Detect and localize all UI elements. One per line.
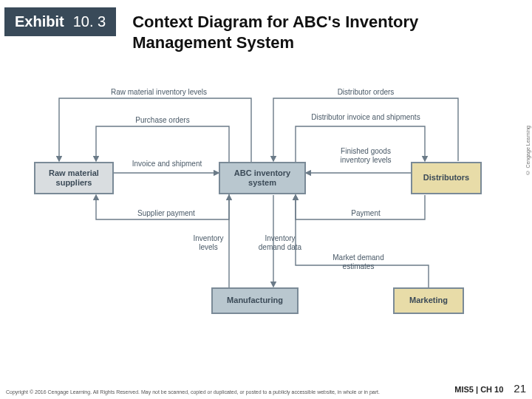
entity-suppliers-label: Raw material suppliers — [38, 168, 109, 188]
flow-distributor-invoice: Distributor invoice and shipments — [303, 113, 429, 122]
entity-manufacturing-label: Manufacturing — [227, 296, 283, 305]
flow-payment: Payment — [332, 209, 399, 218]
page-number: 21 — [514, 382, 526, 395]
entity-abc-label: ABC inventory system — [223, 168, 301, 188]
entity-marketing: Marketing — [393, 287, 464, 314]
entity-suppliers: Raw material suppliers — [34, 162, 114, 194]
flow-finished-goods: Finished goods inventory levels — [325, 147, 406, 164]
exhibit-label: Exhibit — [15, 13, 64, 30]
exhibit-badge: Exhibit 10. 3 — [4, 7, 116, 36]
slide-title: Context Diagram for ABC's Inventory Mana… — [116, 7, 456, 52]
slide-footer: Copyright © 2016 Cengage Learning. All R… — [6, 382, 526, 395]
entity-marketing-label: Marketing — [409, 296, 448, 305]
entity-distributors: Distributors — [411, 162, 482, 194]
entity-manufacturing: Manufacturing — [211, 287, 299, 314]
context-diagram: Raw material suppliers ABC inventory sys… — [0, 73, 532, 369]
course-code: MIS5 | CH 10 — [454, 385, 503, 394]
flow-distributor-orders: Distributor orders — [318, 88, 414, 97]
flow-purchase-orders: Purchase orders — [126, 116, 200, 125]
exhibit-number: 10. 3 — [73, 13, 106, 30]
entity-distributors-label: Distributors — [423, 173, 469, 183]
flow-market-demand: Market demand estimates — [318, 253, 399, 270]
flow-supplier-payment: Supplier payment — [126, 209, 207, 218]
flow-inventory-levels: Inventory levels — [186, 234, 231, 251]
footer-right: MIS5 | CH 10 21 — [454, 382, 526, 395]
flow-invoice-shipment: Invoice and shipment — [123, 160, 211, 168]
flow-raw-inv-levels: Raw material inventory levels — [96, 88, 222, 97]
copyright-text: Copyright © 2016 Cengage Learning. All R… — [6, 389, 380, 395]
image-credit: © Cengage Learning — [525, 126, 531, 175]
flow-inventory-demand: Inventory demand data — [251, 234, 309, 251]
slide-header: Exhibit 10. 3 Context Diagram for ABC's … — [0, 0, 532, 52]
entity-abc-system: ABC inventory system — [219, 162, 306, 194]
diagram-arrows — [0, 73, 532, 369]
